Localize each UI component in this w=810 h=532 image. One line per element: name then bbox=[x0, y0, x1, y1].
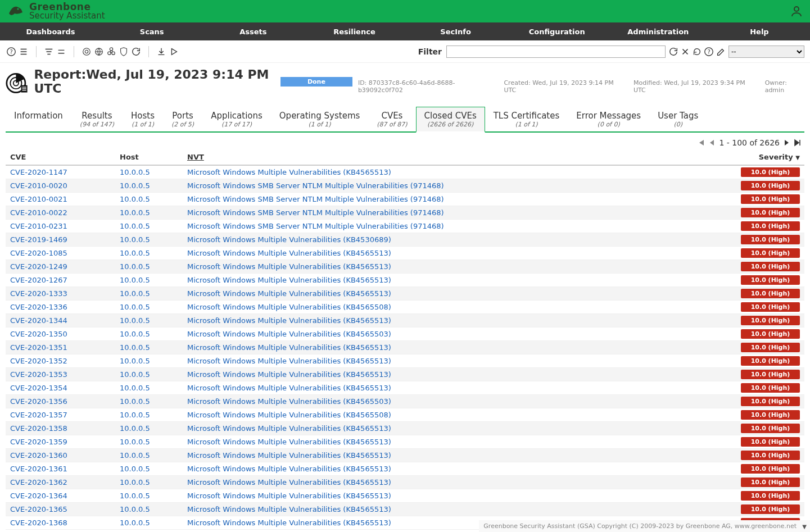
nvt-link[interactable]: Microsoft Windows Multiple Vulnerabiliti… bbox=[187, 168, 391, 176]
host-link[interactable]: 10.0.0.5 bbox=[120, 370, 150, 379]
host-link[interactable]: 10.0.0.5 bbox=[120, 492, 150, 500]
page-next-icon[interactable] bbox=[782, 138, 791, 147]
nav-configuration[interactable]: Configuration bbox=[506, 22, 608, 40]
nvt-link[interactable]: Microsoft Windows Multiple Vulnerabiliti… bbox=[187, 411, 391, 419]
nvt-link[interactable]: Microsoft Windows Multiple Vulnerabiliti… bbox=[187, 343, 391, 352]
nvt-link[interactable]: Microsoft Windows SMB Server NTLM Multip… bbox=[187, 181, 444, 190]
host-link[interactable]: 10.0.0.5 bbox=[120, 357, 150, 365]
nvt-link[interactable]: Microsoft Windows Multiple Vulnerabiliti… bbox=[187, 316, 391, 325]
page-first-icon[interactable] bbox=[696, 138, 705, 147]
tab-user-tags[interactable]: User Tags(0) bbox=[649, 107, 707, 131]
cve-link[interactable]: CVE-2010-0022 bbox=[10, 208, 67, 217]
tab-operating-systems[interactable]: Operating Systems(1 of 1) bbox=[271, 107, 369, 131]
nav-secinfo[interactable]: SecInfo bbox=[405, 22, 506, 40]
nvt-link[interactable]: Microsoft Windows Multiple Vulnerabiliti… bbox=[187, 276, 391, 284]
host-link[interactable]: 10.0.0.5 bbox=[120, 235, 150, 244]
nvt-link[interactable]: Microsoft Windows Multiple Vulnerabiliti… bbox=[187, 397, 391, 406]
col-nvt[interactable]: NVT bbox=[183, 149, 731, 165]
nvt-link[interactable]: Microsoft Windows Multiple Vulnerabiliti… bbox=[187, 451, 391, 460]
host-link[interactable]: 10.0.0.5 bbox=[120, 519, 150, 527]
host-link[interactable]: 10.0.0.5 bbox=[120, 195, 150, 203]
nvt-link[interactable]: Microsoft Windows Multiple Vulnerabiliti… bbox=[187, 424, 391, 433]
cve-link[interactable]: CVE-2020-1336 bbox=[10, 303, 67, 311]
nvt-link[interactable]: Microsoft Windows Multiple Vulnerabiliti… bbox=[187, 492, 391, 500]
cve-link[interactable]: CVE-2020-1333 bbox=[10, 289, 67, 298]
nvt-link[interactable]: Microsoft Windows Multiple Vulnerabiliti… bbox=[187, 262, 391, 271]
nvt-link[interactable]: Microsoft Windows Multiple Vulnerabiliti… bbox=[187, 519, 391, 527]
host-link[interactable]: 10.0.0.5 bbox=[120, 384, 150, 392]
host-link[interactable]: 10.0.0.5 bbox=[120, 451, 150, 460]
biohazard-icon[interactable] bbox=[106, 46, 117, 57]
tab-results[interactable]: Results(94 of 147) bbox=[71, 107, 123, 131]
cve-link[interactable]: CVE-2019-1469 bbox=[10, 235, 67, 244]
cve-link[interactable]: CVE-2020-1085 bbox=[10, 249, 67, 257]
filter-help-icon[interactable]: ? bbox=[703, 46, 714, 57]
cve-link[interactable]: CVE-2020-1147 bbox=[10, 168, 67, 176]
nav-help[interactable]: Help bbox=[709, 22, 810, 40]
equal-filter-icon[interactable] bbox=[56, 46, 67, 57]
cve-link[interactable]: CVE-2020-1358 bbox=[10, 424, 67, 433]
target-icon[interactable] bbox=[81, 46, 92, 57]
nav-assets[interactable]: Assets bbox=[202, 22, 304, 40]
cve-link[interactable]: CVE-2020-1249 bbox=[10, 262, 67, 271]
host-link[interactable]: 10.0.0.5 bbox=[120, 262, 150, 271]
download-icon[interactable] bbox=[156, 46, 167, 57]
filter-edit-icon[interactable] bbox=[715, 46, 726, 57]
nvt-link[interactable]: Microsoft Windows Multiple Vulnerabiliti… bbox=[187, 505, 391, 513]
cve-link[interactable]: CVE-2010-0020 bbox=[10, 181, 67, 190]
cve-link[interactable]: CVE-2020-1359 bbox=[10, 438, 67, 446]
cve-link[interactable]: CVE-2020-1344 bbox=[10, 316, 67, 325]
nav-scans[interactable]: Scans bbox=[101, 22, 202, 40]
footer-dropdown-icon[interactable]: ▼ bbox=[802, 524, 807, 530]
cve-link[interactable]: CVE-2020-1360 bbox=[10, 451, 67, 460]
nvt-link[interactable]: Microsoft Windows Multiple Vulnerabiliti… bbox=[187, 357, 391, 365]
col-severity[interactable]: Severity ▼ bbox=[731, 149, 804, 165]
cve-link[interactable]: CVE-2020-1354 bbox=[10, 384, 67, 392]
cve-link[interactable]: CVE-2020-1361 bbox=[10, 465, 67, 473]
cve-link[interactable]: CVE-2020-1365 bbox=[10, 505, 67, 513]
nvt-link[interactable]: Microsoft Windows Multiple Vulnerabiliti… bbox=[187, 235, 391, 244]
col-host[interactable]: Host bbox=[115, 149, 183, 165]
host-link[interactable]: 10.0.0.5 bbox=[120, 168, 150, 176]
host-link[interactable]: 10.0.0.5 bbox=[120, 343, 150, 352]
nvt-link[interactable]: Microsoft Windows Multiple Vulnerabiliti… bbox=[187, 249, 391, 257]
help-icon[interactable]: ? bbox=[6, 46, 17, 57]
host-link[interactable]: 10.0.0.5 bbox=[120, 411, 150, 419]
nvt-link[interactable]: Microsoft Windows Multiple Vulnerabiliti… bbox=[187, 370, 391, 379]
host-link[interactable]: 10.0.0.5 bbox=[120, 316, 150, 325]
host-link[interactable]: 10.0.0.5 bbox=[120, 438, 150, 446]
user-icon[interactable] bbox=[790, 4, 803, 18]
cve-link[interactable]: CVE-2020-1350 bbox=[10, 330, 67, 338]
refresh-icon[interactable] bbox=[130, 46, 142, 57]
nvt-link[interactable]: Microsoft Windows SMB Server NTLM Multip… bbox=[187, 195, 444, 203]
tab-closed-cves[interactable]: Closed CVEs(2626 of 2626) bbox=[416, 107, 485, 133]
tab-cves[interactable]: CVEs(87 of 87) bbox=[368, 107, 415, 131]
cve-link[interactable]: CVE-2020-1353 bbox=[10, 370, 67, 379]
logo[interactable]: Greenbone Security Assistant bbox=[7, 2, 105, 20]
tab-ports[interactable]: Ports(2 of 5) bbox=[163, 107, 202, 131]
nav-resilience[interactable]: Resilience bbox=[304, 22, 405, 40]
nav-administration[interactable]: Administration bbox=[608, 22, 709, 40]
nvt-link[interactable]: Microsoft Windows Multiple Vulnerabiliti… bbox=[187, 465, 391, 473]
globe-icon[interactable] bbox=[93, 46, 105, 57]
nvt-link[interactable]: Microsoft Windows Multiple Vulnerabiliti… bbox=[187, 384, 391, 392]
cve-link[interactable]: CVE-2010-0021 bbox=[10, 195, 67, 203]
filter-input[interactable] bbox=[446, 46, 666, 58]
nvt-link[interactable]: Microsoft Windows Multiple Vulnerabiliti… bbox=[187, 330, 391, 338]
page-prev-icon[interactable] bbox=[708, 138, 717, 147]
cve-link[interactable]: CVE-2020-1267 bbox=[10, 276, 67, 284]
tab-tls-certificates[interactable]: TLS Certificates(1 of 1) bbox=[485, 107, 568, 131]
host-link[interactable]: 10.0.0.5 bbox=[120, 478, 150, 486]
host-link[interactable]: 10.0.0.5 bbox=[120, 276, 150, 284]
tab-error-messages[interactable]: Error Messages(0 of 0) bbox=[568, 107, 649, 131]
run-icon[interactable] bbox=[168, 46, 179, 57]
tab-information[interactable]: Information bbox=[6, 107, 71, 131]
nvt-link[interactable]: Microsoft Windows Multiple Vulnerabiliti… bbox=[187, 478, 391, 486]
host-link[interactable]: 10.0.0.5 bbox=[120, 424, 150, 433]
page-last-icon[interactable] bbox=[793, 138, 802, 147]
host-link[interactable]: 10.0.0.5 bbox=[120, 289, 150, 298]
host-link[interactable]: 10.0.0.5 bbox=[120, 330, 150, 338]
host-link[interactable]: 10.0.0.5 bbox=[120, 181, 150, 190]
col-cve[interactable]: CVE bbox=[6, 149, 115, 165]
filter-reset-icon[interactable] bbox=[691, 46, 703, 57]
